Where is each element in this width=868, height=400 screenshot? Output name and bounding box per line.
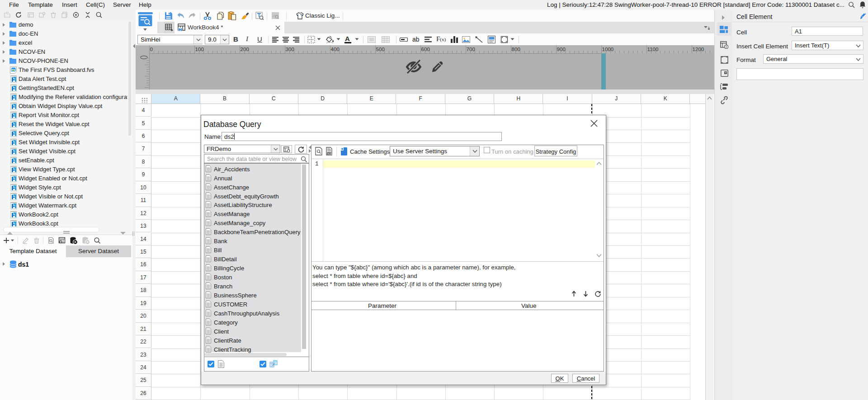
- svg-text:i: i: [726, 45, 726, 48]
- svg-text:SQL: SQL: [328, 152, 332, 155]
